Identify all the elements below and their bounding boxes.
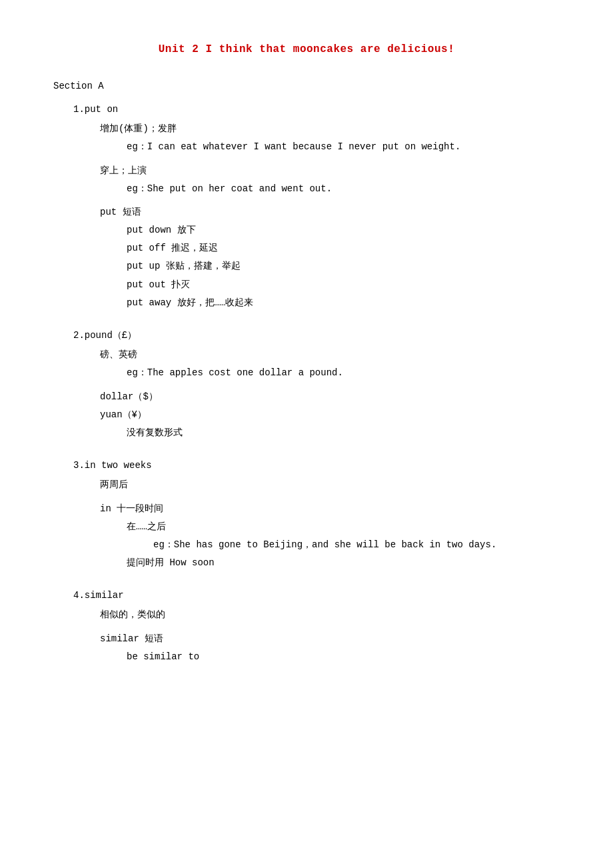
yuan-label: yuan（¥）: [100, 407, 560, 423]
phrase-put-out: put out 扑灭: [127, 277, 560, 293]
dollar-label: dollar（$）: [100, 389, 560, 405]
meaning-1-2: 穿上；上演: [100, 163, 560, 179]
meaning-4-1: 相似的，类似的: [100, 607, 560, 623]
similar-phrases-header: similar 短语: [100, 631, 560, 647]
in-meaning: 在……之后: [127, 519, 560, 535]
be-similar-to: be similar to: [127, 649, 560, 665]
in-time-phrase: in 十一段时间: [100, 501, 560, 517]
how-soon: 提问时用 How soon: [127, 555, 560, 571]
phrase-put-down: put down 放下: [127, 222, 560, 239]
list-item-4: 4.similar: [73, 587, 560, 604]
phrase-put-off: put off 推迟，延迟: [127, 240, 560, 257]
meaning-3-1: 两周后: [100, 477, 560, 493]
section-label: Section A: [53, 78, 560, 95]
example-3-1: eg：She has gone to Beijing，and she will …: [153, 537, 560, 553]
yuan-note: 没有复数形式: [127, 425, 560, 441]
put-phrases-header: put 短语: [100, 204, 560, 221]
phrase-put-away: put away 放好，把……收起来: [127, 295, 560, 311]
list-item-3: 3.in two weeks: [73, 457, 560, 474]
meaning-1-1: 增加(体重)；发胖: [100, 121, 560, 137]
example-1-1: eg：I can eat whatever I want because I n…: [127, 139, 560, 155]
list-item-2: 2.pound（£）: [73, 327, 560, 344]
list-item-1: 1.put on: [73, 101, 560, 118]
example-1-2: eg：She put on her coat and went out.: [127, 181, 560, 197]
meaning-2-1: 磅、英磅: [100, 347, 560, 363]
page-title: Unit 2 I think that mooncakes are delici…: [53, 40, 560, 59]
phrase-put-up: put up 张贴，搭建，举起: [127, 258, 560, 275]
example-2-1: eg：The apples cost one dollar a pound.: [127, 365, 560, 381]
